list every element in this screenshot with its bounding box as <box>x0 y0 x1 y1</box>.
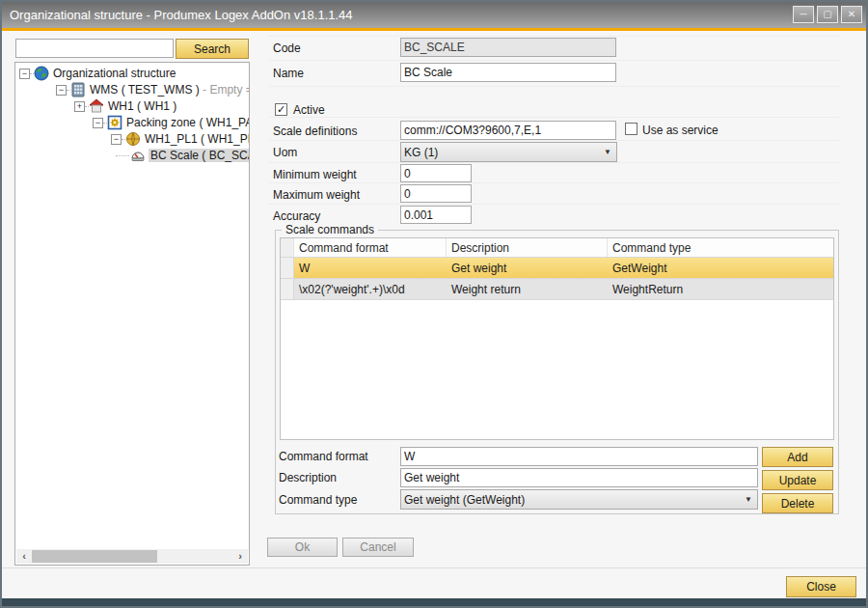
tree-item-packing-zone[interactable]: Packing zone ( WH1_PACK ) <box>126 116 250 129</box>
tree-item-wh1[interactable]: WH1 ( WH1 ) <box>108 99 176 113</box>
cell-command-type[interactable]: GetWeight <box>608 258 833 278</box>
app-window: Organizational structure - Produmex Loge… <box>0 0 868 608</box>
window-bottom-strip <box>2 598 866 606</box>
org-structure-tree[interactable]: − Organizational structure − WMS ( TEST_… <box>14 62 250 566</box>
row-selector[interactable] <box>281 258 294 278</box>
tree-item-wms-label: WMS ( TEST_WMS ) <box>90 83 200 97</box>
separator-line <box>269 204 839 205</box>
separator-line <box>269 86 839 87</box>
row-selector-header <box>281 238 294 257</box>
warehouse-icon <box>89 98 104 114</box>
scale-gauge-icon <box>130 148 146 163</box>
tree-connector <box>116 155 129 156</box>
accuracy-label: Accuracy <box>273 209 320 223</box>
close-button[interactable]: Close <box>786 576 856 597</box>
close-window-icon[interactable]: ✕ <box>841 6 862 23</box>
separator-line <box>269 162 839 163</box>
add-button[interactable]: Add <box>762 447 833 467</box>
separator-line <box>269 117 839 118</box>
code-field <box>400 38 616 57</box>
check-icon: ✓ <box>277 103 285 115</box>
minimum-weight-field[interactable] <box>400 164 472 182</box>
separator-line <box>269 182 839 183</box>
command-format-field[interactable] <box>400 447 758 466</box>
collapse-expander-icon[interactable]: − <box>93 118 103 128</box>
collapse-expander-icon[interactable]: − <box>56 85 67 96</box>
cell-command-format[interactable]: W <box>294 258 447 278</box>
chevron-down-icon: ▼ <box>604 148 613 156</box>
accuracy-field[interactable] <box>400 206 472 224</box>
maximum-weight-field[interactable] <box>400 184 472 203</box>
tree-row[interactable]: + WH1 ( WH1 ) <box>15 98 249 115</box>
collapse-expander-icon[interactable]: − <box>111 134 122 145</box>
cell-description[interactable]: Weight return <box>447 279 608 299</box>
active-checkbox[interactable]: ✓ <box>275 103 287 116</box>
dialog-body: Search − Organizational structure − WMS … <box>2 31 866 598</box>
uom-label: Uom <box>273 146 297 159</box>
scroll-left-icon[interactable]: ‹ <box>16 549 32 564</box>
scale-commands-group-label: Scale commands <box>282 223 378 236</box>
window-controls: ─ ▢ ✕ <box>793 6 862 23</box>
column-header-command-type[interactable]: Command type <box>608 238 833 257</box>
table-row[interactable]: W Get weight GetWeight <box>281 258 833 279</box>
use-as-service-checkbox[interactable] <box>625 123 637 135</box>
globe-icon <box>34 66 49 81</box>
command-type-value: Get weight (GetWeight) <box>404 493 745 507</box>
separator-line <box>269 36 839 37</box>
name-field[interactable] <box>400 63 616 82</box>
tree-item-wms[interactable]: WMS ( TEST_WMS ) - Empty = 7/27 <box>90 83 250 97</box>
cell-description[interactable]: Get weight <box>447 258 608 278</box>
row-selector[interactable] <box>281 279 294 299</box>
table-header-row: Command format Description Command type <box>281 238 833 258</box>
command-type-label: Command type <box>279 493 357 507</box>
tree-item-wh1-pl1[interactable]: WH1_PL1 ( WH1_PL1 ) <box>145 132 250 146</box>
cell-command-format[interactable]: \x02(?'weight'.+)\x0d <box>294 279 447 299</box>
column-header-command-format[interactable]: Command format <box>294 238 447 257</box>
delete-button[interactable]: Delete <box>762 493 833 513</box>
scale-commands-table[interactable]: Command format Description Command type … <box>280 237 834 440</box>
name-label: Name <box>273 67 304 80</box>
separator-line <box>269 140 839 141</box>
update-button[interactable]: Update <box>762 470 833 490</box>
scrollbar-thumb[interactable] <box>32 550 157 563</box>
uom-value: KG (1) <box>404 146 604 159</box>
description-field[interactable] <box>400 468 758 487</box>
use-as-service-label: Use as service <box>642 124 719 137</box>
maximum-weight-label: Maximum weight <box>273 188 360 202</box>
minimum-weight-label: Minimum weight <box>273 168 357 181</box>
active-label: Active <box>293 103 325 117</box>
code-label: Code <box>273 41 301 55</box>
tree-row[interactable]: BC Scale ( BC_SCALE <box>15 148 249 164</box>
maximize-icon[interactable]: ▢ <box>817 6 838 23</box>
description-label: Description <box>279 471 337 484</box>
ok-button[interactable]: Ok <box>267 538 338 557</box>
packing-zone-icon <box>107 115 122 130</box>
tree-item-wms-suffix: - Empty = 7/27 <box>200 83 250 97</box>
column-header-description[interactable]: Description <box>447 238 608 257</box>
scroll-right-icon[interactable]: › <box>232 549 248 564</box>
tree-row[interactable]: − WMS ( TEST_WMS ) - Empty = 7/27 <box>15 82 249 98</box>
collapse-expander-icon[interactable]: − <box>19 69 30 79</box>
command-format-label: Command format <box>279 450 368 463</box>
search-input[interactable] <box>15 39 174 58</box>
tree-row[interactable]: − Organizational structure <box>15 66 249 82</box>
tree-row[interactable]: − Packing zone ( WH1_PACK ) <box>15 115 249 131</box>
scale-definitions-field[interactable] <box>400 121 616 140</box>
table-row[interactable]: \x02(?'weight'.+)\x0d Weight return Weig… <box>281 279 833 300</box>
scale-definitions-label: Scale definitions <box>273 124 357 138</box>
tree-item-bc-scale[interactable]: BC Scale ( BC_SCALE <box>149 149 250 162</box>
pallet-location-icon <box>125 131 141 147</box>
bottom-separator <box>2 567 866 568</box>
uom-dropdown[interactable]: KG (1) ▼ <box>400 142 617 162</box>
command-type-dropdown[interactable]: Get weight (GetWeight) ▼ <box>400 489 758 510</box>
titlebar[interactable]: Organizational structure - Produmex Loge… <box>2 2 866 28</box>
cancel-button[interactable]: Cancel <box>342 538 414 557</box>
horizontal-scrollbar[interactable]: ‹ › <box>16 549 248 564</box>
minimize-icon[interactable]: ─ <box>793 6 814 23</box>
tree-row[interactable]: − WH1_PL1 ( WH1_PL1 ) <box>15 131 249 148</box>
tree-item-organizational-structure[interactable]: Organizational structure <box>53 67 176 80</box>
separator-line <box>269 60 839 61</box>
expand-expander-icon[interactable]: + <box>74 101 85 112</box>
search-button[interactable]: Search <box>176 39 249 59</box>
cell-command-type[interactable]: WeightReturn <box>608 279 833 299</box>
